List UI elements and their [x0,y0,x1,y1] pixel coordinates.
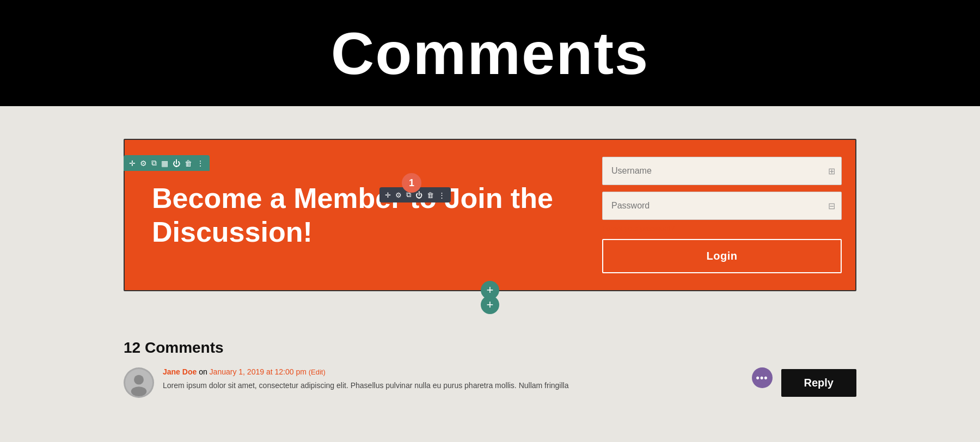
reply-button[interactable]: Reply [781,369,856,397]
comment-row: Jane Doe on January 1, 2019 at 12:00 pm … [124,367,856,398]
login-heading: Become a Member to Join the Discussion! [152,181,561,249]
login-block: Become a Member to Join the Discussion! … [124,139,856,291]
badge-number: 1 [402,173,421,193]
page-header: Comments [0,0,980,106]
content-area: ✛ ⚙ ⧉ ▦ ⏻ 🗑 ⋮ 1 ✛ ⚙ ⧉ ⏻ 🗑 ⋮ Become a Mem… [0,139,980,420]
more-icon[interactable]: ⋮ [197,159,204,168]
inner-more-icon[interactable]: ⋮ [438,191,445,199]
delete-icon[interactable]: 🗑 [185,159,192,168]
comment-on: on [199,367,209,376]
username-icon: ⊞ [828,166,835,176]
forgot-password-link[interactable]: Forgot your password? [602,224,842,232]
power-icon[interactable]: ⏻ [173,159,180,168]
password-wrapper: ⊟ [602,192,842,220]
username-wrapper: ⊞ [602,157,842,185]
outer-block-toolbar: ✛ ⚙ ⧉ ▦ ⏻ 🗑 ⋮ [124,155,210,171]
inner-move-icon[interactable]: ✛ [385,191,391,199]
comment-options-button[interactable]: ••• [752,367,773,388]
login-button[interactable]: Login [602,239,842,273]
settings-icon[interactable]: ⚙ [140,159,147,168]
duplicate-icon[interactable]: ⧉ [151,158,157,168]
inner-delete-icon[interactable]: 🗑 [427,191,434,199]
page-title: Comments [331,19,649,88]
username-input[interactable] [602,157,842,185]
grid-icon[interactable]: ▦ [161,159,168,168]
avatar-svg [125,369,152,396]
inner-power-icon[interactable]: ⏻ [415,191,422,199]
inner-add-block-button[interactable]: + [481,281,499,299]
comment-avatar [124,367,154,398]
login-form: ⊞ ⊟ Forgot your password? Login [589,140,855,290]
move-icon[interactable]: ✛ [129,159,136,168]
outer-toolbar-strip: ✛ ⚙ ⧉ ▦ ⏻ 🗑 ⋮ [124,155,210,171]
svg-point-2 [131,386,147,396]
comment-text: Lorem ipsum dolor sit amet, consectetur … [163,379,743,391]
comment-author: Jane Doe [163,367,197,376]
comment-edit-link[interactable]: (Edit) [309,368,326,376]
inner-settings-icon[interactable]: ⚙ [395,191,402,199]
comments-section: 12 Comments Jane Doe on January 1, 2019 … [124,339,856,420]
comment-date: January 1, 2019 at 12:00 pm [210,367,307,376]
password-input[interactable] [602,192,842,220]
svg-point-1 [134,375,144,385]
comments-title: 12 Comments [124,339,856,357]
password-icon: ⊟ [828,201,835,211]
options-dots: ••• [756,372,768,384]
comment-body: Jane Doe on January 1, 2019 at 12:00 pm … [163,367,743,391]
comment-meta: Jane Doe on January 1, 2019 at 12:00 pm … [163,367,743,376]
